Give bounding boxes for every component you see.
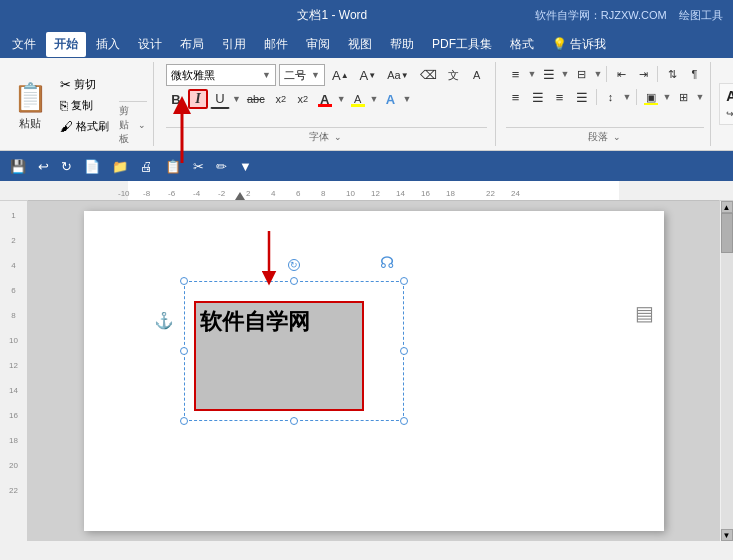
list-bullet-button[interactable]: ≡ <box>506 64 526 84</box>
align-left-button[interactable]: ≡ <box>506 87 526 107</box>
multilevel-list-button[interactable]: ⊟ <box>571 64 591 84</box>
text-effect-button[interactable]: A <box>381 89 401 109</box>
undo-qa-button[interactable]: ↩ <box>34 157 53 176</box>
shrink-font-button[interactable]: A▼ <box>356 65 381 85</box>
highlight-button[interactable]: A <box>348 89 368 109</box>
scroll-track[interactable] <box>721 213 733 529</box>
font-color-A-button[interactable]: A <box>315 89 335 109</box>
handle-mid-right[interactable] <box>400 347 408 355</box>
underline-arrow[interactable]: ▼ <box>232 94 241 104</box>
bold-button[interactable]: B <box>166 89 186 109</box>
scroll-down-button[interactable]: ▼ <box>721 529 733 541</box>
style-preview[interactable]: AaBb↪ □ <box>719 83 733 125</box>
border-arrow[interactable]: ▼ <box>695 92 704 102</box>
textbox-inner[interactable]: 软件自学网 <box>194 301 364 411</box>
open-qa-button[interactable]: 📁 <box>108 157 132 176</box>
layout-icon[interactable]: ☊ <box>380 253 394 272</box>
grow-font-button[interactable]: A▲ <box>328 65 353 85</box>
menu-insert[interactable]: 插入 <box>88 32 128 57</box>
menu-design[interactable]: 设计 <box>130 32 170 57</box>
handle-mid-left[interactable] <box>180 347 188 355</box>
paragraph-expand[interactable]: ⌄ <box>612 131 622 143</box>
cut-qa-button[interactable]: ✂ <box>189 157 208 176</box>
line-spacing-arrow[interactable]: ▼ <box>623 92 632 102</box>
menu-format[interactable]: 格式 <box>502 32 542 57</box>
font-extra-btn[interactable]: A <box>467 65 487 85</box>
paste-qa-icon: 📋 <box>165 159 181 174</box>
show-marks-button[interactable]: ¶ <box>684 64 704 84</box>
menu-tell[interactable]: 💡 告诉我 <box>544 32 614 57</box>
vertical-scrollbar[interactable]: ▲ ▼ <box>719 201 733 541</box>
menu-home[interactable]: 开始 <box>46 32 86 57</box>
text-effect-arrow[interactable]: ▼ <box>403 94 412 104</box>
underline-button[interactable]: U <box>210 89 230 109</box>
main-content: 1 2 4 6 8 10 12 14 16 18 20 22 <box>0 201 733 541</box>
handle-bot-center[interactable] <box>290 417 298 425</box>
paste-qa-button[interactable]: 📋 <box>161 157 185 176</box>
cut-button[interactable]: ✂ 剪切 <box>56 75 113 94</box>
font-expand[interactable]: ⌄ <box>333 131 343 143</box>
new-doc-qa-button[interactable]: 📄 <box>80 157 104 176</box>
scroll-down-icon: ▼ <box>723 531 731 540</box>
handle-top-left[interactable] <box>180 277 188 285</box>
anchor-icon[interactable]: ⚓ <box>154 311 174 330</box>
border-button[interactable]: ⊞ <box>673 87 693 107</box>
decrease-indent-button[interactable]: ⇤ <box>611 64 631 84</box>
list-number-arrow[interactable]: ▼ <box>561 69 570 79</box>
format-painter-button[interactable]: 🖌 格式刷 <box>56 117 113 136</box>
shading-button[interactable]: ▣ <box>641 87 661 107</box>
font-name-arrow: ▼ <box>262 70 271 80</box>
handle-top-center[interactable] <box>290 277 298 285</box>
font-size-dropdown[interactable]: 二号 ▼ <box>279 64 325 86</box>
print-qa-button[interactable]: 🖨 <box>136 157 157 176</box>
handle-bot-right[interactable] <box>400 417 408 425</box>
undo-icon: ↩ <box>38 159 49 174</box>
copy-button[interactable]: ⎘ 复制 <box>56 96 113 115</box>
shading-arrow[interactable]: ▼ <box>663 92 672 102</box>
handle-top-right[interactable] <box>400 277 408 285</box>
list-number-button[interactable]: ☰ <box>539 64 559 84</box>
italic-button[interactable]: I <box>188 89 208 109</box>
draw-icon: ✏ <box>216 159 227 174</box>
para-divider2 <box>657 66 658 82</box>
ruler-marker[interactable] <box>235 192 245 200</box>
align-center-button[interactable]: ☰ <box>528 87 548 107</box>
menu-file[interactable]: 文件 <box>4 32 44 57</box>
menu-help[interactable]: 帮助 <box>382 32 422 57</box>
line-spacing-button[interactable]: ↕ <box>601 87 621 107</box>
font-name-dropdown[interactable]: 微软雅黑 ▼ <box>166 64 276 86</box>
rotate-handle[interactable]: ↻ <box>288 259 300 271</box>
wen-btn[interactable]: 文 <box>444 65 464 85</box>
handle-bot-left[interactable] <box>180 417 188 425</box>
scroll-thumb[interactable] <box>721 213 733 253</box>
align-right-button[interactable]: ≡ <box>550 87 570 107</box>
clear-format-button[interactable]: ⌫ <box>416 65 441 85</box>
increase-indent-button[interactable]: ⇥ <box>633 64 653 84</box>
menu-pdf[interactable]: PDF工具集 <box>424 32 500 57</box>
qa-more-button[interactable]: ▼ <box>235 157 256 176</box>
save-qa-button[interactable]: 💾 <box>6 157 30 176</box>
strikethrough-button[interactable]: abc <box>243 89 269 109</box>
menu-view[interactable]: 视图 <box>340 32 380 57</box>
subscript-button[interactable]: x2 <box>271 89 291 109</box>
redo-qa-button[interactable]: ↻ <box>57 157 76 176</box>
multilevel-list-arrow[interactable]: ▼ <box>593 69 602 79</box>
paste-button[interactable]: 📋 粘贴 <box>8 64 52 146</box>
list-bullet-arrow[interactable]: ▼ <box>528 69 537 79</box>
highlight-arrow[interactable]: ▼ <box>370 94 379 104</box>
superscript-button[interactable]: x2 <box>293 89 313 109</box>
menu-references[interactable]: 引用 <box>214 32 254 57</box>
justify-button[interactable]: ☰ <box>572 87 592 107</box>
menu-layout[interactable]: 布局 <box>172 32 212 57</box>
change-case-button[interactable]: Aa▼ <box>383 65 412 85</box>
sort-button[interactable]: ⇅ <box>662 64 682 84</box>
page-layout-icon[interactable]: ▤ <box>635 301 654 325</box>
menu-mail[interactable]: 邮件 <box>256 32 296 57</box>
draw-qa-button[interactable]: ✏ <box>212 157 231 176</box>
textbox-container[interactable]: ↻ ⚓ ☊ 软件自学网 <box>184 281 404 421</box>
scroll-up-button[interactable]: ▲ <box>721 201 733 213</box>
menu-review[interactable]: 审阅 <box>298 32 338 57</box>
font-color-arrow[interactable]: ▼ <box>337 94 346 104</box>
clipboard-expand[interactable]: ⌄ <box>137 119 147 131</box>
clipboard-small-buttons: ✂ 剪切 ⎘ 复制 🖌 格式刷 <box>56 64 113 146</box>
